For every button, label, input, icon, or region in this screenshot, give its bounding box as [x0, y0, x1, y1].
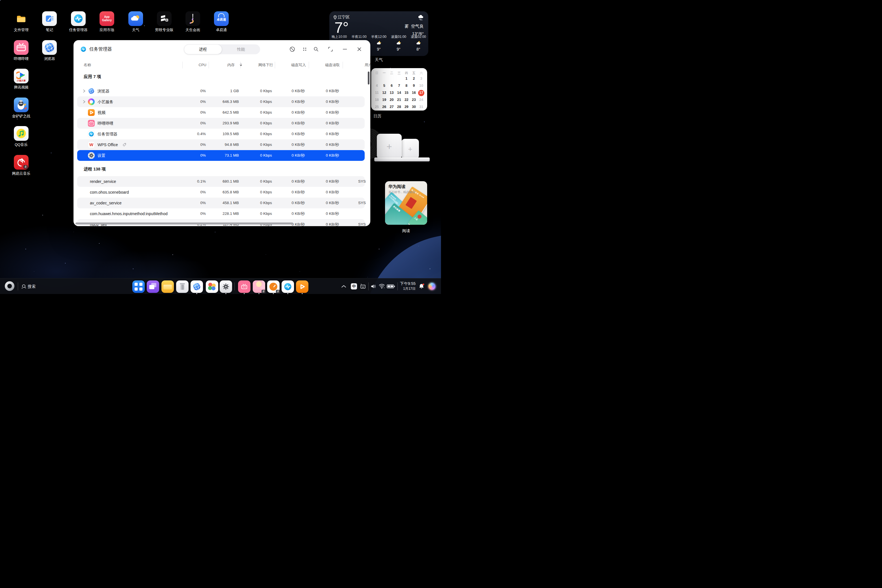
tab-performance[interactable]: 性能	[222, 44, 260, 54]
col-name[interactable]: 名称	[84, 60, 91, 70]
app-row-selected[interactable]: 设置 0%73.1 MB0 Kbps0 KB/秒0 KB/秒	[77, 150, 364, 161]
minimize-button[interactable]	[342, 46, 348, 52]
browser-icon	[42, 40, 57, 55]
desktop-icon-netease-music[interactable]: 卓 网易云音乐	[8, 155, 35, 176]
zhuoyitong-icon: 卓易通	[214, 11, 229, 26]
apps-section-header: 应用 7 项	[84, 74, 101, 80]
col-network-down[interactable]: 网络下行	[242, 60, 273, 70]
vertical-scrollbar[interactable]	[368, 72, 369, 84]
desktop-icon-browser[interactable]: 浏览器	[36, 40, 63, 61]
desktop-icon-label: 网易云音乐	[8, 171, 35, 176]
app-row[interactable]: 小艺服务 0%646.3 MB0 Kbps0 KB/秒0 KB/秒	[77, 96, 364, 107]
wallpaper-stars	[0, 0, 0, 0]
reading-widget-label: 阅读	[385, 228, 427, 234]
folder-icon	[14, 11, 28, 26]
process-row[interactable]: com.ohos.sceneboard 0%635.8 MB0 Kbps0 KB…	[77, 187, 364, 198]
col-disk-write[interactable]: 磁盘写入	[275, 60, 306, 70]
wifi-icon[interactable]	[378, 283, 385, 289]
reading-widget[interactable]: INNER COURAGE 向上生长 Grow 所向披靡 人生 华为阅读 百万好…	[385, 181, 427, 225]
taskbar: 搜索 卓 卓 中 下午9:55 1月17日	[0, 278, 441, 294]
desktop-icon-bilibili[interactable]: bilibili 哔哩哔哩	[8, 40, 35, 61]
assistant-orb-icon[interactable]	[428, 282, 436, 291]
netease-music-icon: 卓	[14, 155, 28, 170]
volume-icon[interactable]	[370, 284, 376, 289]
desktop-icon-zhuoyitong[interactable]: 卓易通 卓易通	[208, 11, 235, 32]
expand-chevron-icon[interactable]	[82, 100, 86, 104]
add-widget-card-large[interactable]: +	[377, 134, 402, 159]
desktop-icon-label: 天生会画	[179, 28, 206, 32]
calendar-week: 45678910	[373, 82, 425, 89]
desktop-icon-tencent-video[interactable]: 小城大事 腾讯视频	[8, 69, 35, 89]
weather-temp: 7°	[334, 19, 348, 36]
desktop-icon-appgallery[interactable]: AppGallery 应用市场	[93, 11, 120, 32]
fog-icon	[417, 15, 424, 21]
desktop-icon-notes[interactable]: 笔记	[36, 11, 63, 32]
dock-icon-clock-app[interactable]: 卓	[267, 280, 280, 293]
plus-icon: +	[387, 141, 392, 152]
process-row[interactable]: com.huawei.hmos.inputmethod:inputMethod …	[77, 208, 364, 219]
view-options-icon[interactable]	[302, 46, 308, 52]
app-row[interactable]: 浏览器 0%1 GB0 Kbps0 KB/秒0 KB/秒	[77, 86, 364, 96]
moon-cloud-icon	[376, 40, 382, 45]
task-manager-app-icon	[80, 46, 87, 52]
dock-icon-launcher[interactable]	[132, 280, 145, 293]
search-icon[interactable]	[21, 284, 27, 289]
dock-icon-multitask[interactable]	[147, 280, 159, 293]
close-button[interactable]	[356, 46, 362, 52]
process-row[interactable]: render_service 0.1%680.1 MB0 Kbps0 KB/秒0…	[77, 176, 364, 187]
end-task-button[interactable]	[289, 46, 296, 52]
tray-expand-icon[interactable]	[341, 285, 346, 288]
col-disk-read[interactable]: 磁盘读取	[309, 60, 340, 70]
notifications-bell-icon[interactable]	[418, 283, 425, 290]
keyboard-icon[interactable]	[360, 283, 366, 290]
app-row[interactable]: 任务管理器 0.4%109.5 MB0 Kbps0 KB/秒0 KB/秒	[77, 129, 364, 140]
capcut-icon	[157, 11, 172, 26]
dock-icon-anime-app[interactable]: 卓	[253, 280, 265, 293]
processes-section-header: 进程 138 项	[84, 166, 106, 172]
dock-icon-video[interactable]	[296, 280, 308, 293]
expand-chevron-icon[interactable]	[82, 89, 86, 93]
plus-icon: +	[408, 144, 412, 153]
table-header: 名称 CPU 内存 网络下行 磁盘写入 磁盘读取 用户	[74, 60, 370, 70]
tencent-video-icon: 小城大事	[14, 69, 28, 83]
desktop-icon-label: 天气	[122, 28, 149, 32]
app-row[interactable]: 哔哩哔哩 0%293.9 MB0 Kbps0 KB/秒0 KB/秒	[77, 118, 364, 129]
dock-icon-task-manager[interactable]	[282, 280, 294, 293]
desktop-icon-qq-music[interactable]: QQ音乐	[8, 126, 35, 147]
calendar-week: 18192021222324	[373, 96, 425, 104]
control-center-ring-icon[interactable]	[5, 281, 14, 291]
search-label[interactable]: 搜索	[28, 279, 36, 294]
horizontal-scrollbar[interactable]	[75, 222, 293, 225]
dock-icon-files[interactable]	[161, 280, 174, 293]
dock-icon-bilibili[interactable]	[238, 280, 250, 293]
desktop-icon-label: 腾讯视频	[8, 85, 35, 89]
desktop-icon-tft-game[interactable]: 金铲铲之战	[8, 98, 35, 118]
desktop-icon-weather[interactable]: 天气	[122, 11, 149, 32]
ime-indicator[interactable]: 中	[351, 283, 357, 290]
compat-badge: 卓	[276, 290, 280, 293]
dock-icon-gallery[interactable]	[206, 280, 218, 293]
resize-window-button[interactable]	[327, 46, 334, 52]
desktop-icon-paint[interactable]: 天生会画	[179, 11, 206, 32]
weather-icon	[128, 11, 143, 26]
browser-icon	[88, 88, 95, 94]
calendar-week: 11121314151617	[373, 89, 425, 96]
desktop-icon-capcut[interactable]: 剪映专业版	[151, 11, 178, 32]
desktop-icon-task-manager[interactable]: 任务管理器	[65, 11, 92, 32]
add-widget-card-small[interactable]: +	[401, 139, 419, 159]
process-row[interactable]: av_codec_service 0%458.1 MB0 Kbps0 KB/秒0…	[77, 198, 364, 208]
col-memory[interactable]: 内存	[212, 60, 235, 70]
search-icon[interactable]	[313, 46, 319, 52]
desktop-icon-files[interactable]: 文件管理	[8, 11, 35, 32]
calendar-widget[interactable]: 日 一 二 三 四 五 六 123 45678910 1112131415161…	[371, 68, 427, 111]
app-row[interactable]: W WPS Office 0%94.8 MB0 Kbps0 KB/秒0 KB/秒	[77, 140, 364, 150]
clock[interactable]: 下午9:55 1月17日	[393, 281, 416, 291]
col-user[interactable]: 用户	[364, 60, 370, 70]
dock-icon-settings[interactable]	[220, 280, 232, 293]
tab-processes[interactable]: 进程	[184, 44, 222, 54]
desktop-icon-label: QQ音乐	[8, 142, 35, 147]
dock-icon-browser[interactable]	[190, 280, 203, 293]
dock-icon-trash[interactable]	[176, 280, 189, 293]
app-row[interactable]: 视频 0%642.5 MB0 Kbps0 KB/秒0 KB/秒	[77, 107, 364, 118]
paint-icon	[186, 11, 200, 26]
